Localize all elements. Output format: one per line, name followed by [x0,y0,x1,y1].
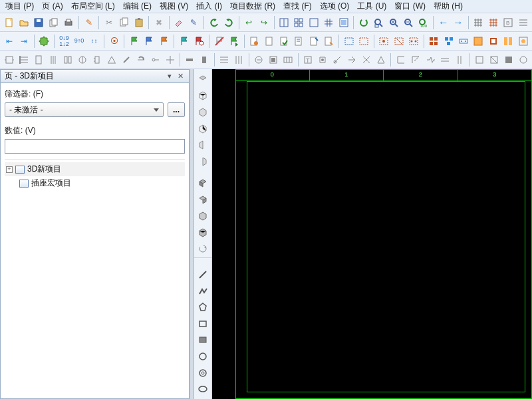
menu-projectdata[interactable]: 项目数据 (R) [227,0,278,13]
cube-top-icon[interactable] [196,72,210,86]
filter-browse-button[interactable]: ... [168,102,185,117]
zoom-in-icon[interactable] [387,15,400,30]
cut-icon[interactable]: ✂ [102,15,115,30]
comp25-icon[interactable] [374,53,387,67]
save-icon[interactable] [33,15,45,30]
doc5-icon[interactable] [307,34,320,49]
comp28-icon[interactable] [424,53,436,67]
comp24-icon[interactable] [360,53,372,67]
menu-insert[interactable]: 插入 (I) [194,0,225,13]
grid-snap1-icon[interactable] [472,15,485,30]
cube-right-icon[interactable] [196,154,210,168]
value-input[interactable] [5,139,185,154]
comp4-icon[interactable] [47,53,59,67]
flag-orange-icon[interactable] [158,34,170,49]
panel-close-icon[interactable]: ✕ [176,72,185,81]
group2-icon[interactable] [442,34,455,49]
undo-icon[interactable] [207,15,220,30]
group4-icon[interactable] [472,34,485,49]
tree-row-root[interactable]: + 3D新项目 [5,162,185,176]
comp3-icon[interactable] [32,53,45,67]
draw-ring-icon[interactable] [196,366,210,380]
arrow-right-icon[interactable]: → [452,15,464,30]
comp15-icon[interactable] [218,53,231,67]
drawing-viewport[interactable]: 0 1 2 3 [212,69,532,399]
draw-ellipse-icon[interactable] [196,382,210,396]
sort-icon[interactable]: ↕↕ [88,34,100,49]
solid1-icon[interactable] [196,176,210,190]
flag-blue-icon[interactable] [143,34,156,49]
comp22-icon[interactable] [331,53,343,67]
group7-icon[interactable] [517,34,529,49]
doc3-icon[interactable] [277,34,290,49]
tree-expand-icon[interactable]: + [6,166,13,173]
menu-find[interactable]: 查找 (F) [281,0,315,13]
draw-polyline-icon[interactable] [196,284,210,299]
group1-icon[interactable] [428,34,440,49]
menu-tools[interactable]: 工具 (U) [354,0,389,13]
sel4-icon[interactable] [392,34,405,49]
group3-icon[interactable] [457,34,469,49]
comp32-icon[interactable] [487,53,500,67]
sel2-icon[interactable] [357,34,370,49]
cube-iso-icon[interactable] [196,121,210,136]
menu-help[interactable]: 帮助 (H) [431,0,466,13]
grid-icon[interactable] [323,15,335,30]
draw-polygon-icon[interactable] [196,300,210,315]
comp11-icon[interactable] [149,53,162,67]
puzzle-icon[interactable] [38,34,51,49]
flag-green-icon[interactable] [128,34,140,49]
nav-back-icon[interactable]: ↩ [243,15,255,30]
zoom-window-icon[interactable] [372,15,385,30]
window-max-icon[interactable] [307,15,320,30]
flag-teal-icon[interactable] [178,34,190,49]
menu-window[interactable]: 窗口 (W) [392,0,428,13]
comp14-icon[interactable] [198,53,211,67]
print-icon[interactable] [63,15,75,30]
nav-last-icon[interactable]: ⇥ [17,34,30,49]
align-icon[interactable]: ⦿ [108,34,120,49]
comp19-icon[interactable] [282,53,295,67]
comp27-icon[interactable] [409,53,422,67]
draw-circle-icon[interactable] [196,349,210,364]
menu-view[interactable]: 视图 (V) [157,0,191,13]
comp30-icon[interactable] [453,53,466,67]
open-icon[interactable] [17,15,30,30]
cube-front-icon[interactable] [196,88,210,103]
comp23-icon[interactable] [345,53,358,67]
zoom-out-icon[interactable] [402,15,414,30]
doc1-icon[interactable] [248,34,261,49]
new-icon[interactable] [3,15,15,30]
delete-icon[interactable]: ✖ [152,15,165,30]
comp17-icon[interactable] [253,53,265,67]
flag-red-icon[interactable] [193,34,205,49]
cube-side-icon[interactable] [196,104,210,119]
comp13-icon[interactable] [184,53,196,67]
draw-line-icon[interactable] [196,267,210,282]
copy-page-icon[interactable] [47,15,60,30]
comp31-icon[interactable] [473,53,485,67]
doc2-icon[interactable] [263,34,275,49]
comp7-icon[interactable] [90,53,103,67]
comp29-icon[interactable] [438,53,451,67]
doc4-icon[interactable] [293,34,305,49]
zoom-100-icon[interactable]: 100 [417,15,430,30]
comp33-icon[interactable] [502,53,515,67]
sort-desc-icon[interactable]: 9↑0 [72,34,85,49]
comp16-icon[interactable] [233,53,245,67]
comp34-icon[interactable] [517,53,529,67]
brush-icon[interactable]: ✎ [188,15,200,30]
sel1-icon[interactable] [342,34,355,49]
menu-layout[interactable]: 布局空间 (L) [68,0,118,13]
window-split-icon[interactable] [277,15,290,30]
draw-rect-icon[interactable] [196,317,210,331]
draw-rect-fill-icon[interactable] [196,333,210,348]
group5-icon[interactable] [487,34,499,49]
comp2-icon[interactable] [17,53,30,67]
copy-icon[interactable] [117,15,130,30]
solid4-icon[interactable] [196,225,210,239]
refresh-icon[interactable] [357,15,370,30]
arrow-left-icon[interactable]: ← [437,15,450,30]
sel3-icon[interactable] [377,34,390,49]
grid-snap3-icon[interactable]: B [501,15,514,30]
